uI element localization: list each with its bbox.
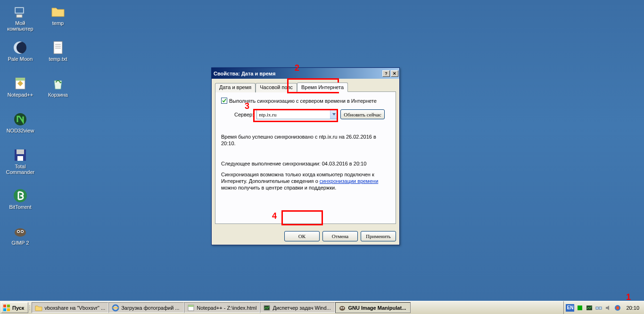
svg-rect-34 (596, 307, 598, 309)
svg-rect-4 (54, 41, 62, 54)
language-indicator[interactable]: EN (566, 304, 574, 312)
cancel-button[interactable]: Отмена (322, 231, 358, 241)
nod32-icon (13, 112, 28, 127)
text-file-icon (50, 40, 66, 55)
time-sync-help-link[interactable]: синхронизации времени (320, 178, 378, 184)
desktop-icon-gimp[interactable]: GIMP 2 (3, 223, 38, 247)
icon-label: GIMP 2 (11, 240, 29, 246)
refresh-button[interactable]: Обновить сейчас (340, 109, 385, 119)
help-button[interactable]: ? (382, 70, 390, 77)
tray-icon-network[interactable] (595, 304, 603, 312)
tray-icon-taskmgr[interactable] (586, 304, 593, 312)
task-taskmgr[interactable]: Диспетчер задач Wind... (260, 302, 335, 313)
desktop-icon-bittorrent[interactable]: BitTorrent (3, 187, 38, 211)
task-notepadpp[interactable]: Notepad++ - Z:\index.html (184, 302, 260, 313)
task-vboxshare[interactable]: vboxshare на "Vboxsvr" ... (32, 302, 108, 313)
icon-label: Корзина (48, 92, 68, 98)
desktop-icon-notepadpp[interactable]: Notepad++ (3, 74, 38, 99)
ie-icon (112, 304, 119, 312)
note-suffix: можно получить в центре справки и поддер… (221, 185, 336, 190)
bittorrent-icon (13, 188, 28, 203)
icon-label: NOD32view (7, 128, 34, 133)
tray-icon-1[interactable] (576, 304, 584, 312)
svg-point-16 (15, 228, 26, 237)
svg-point-31 (343, 307, 344, 308)
dialog-titlebar[interactable]: Свойства: Дата и время ? ✕ (212, 68, 399, 79)
desktop-icon-total-commander[interactable]: Total Commander (3, 146, 38, 176)
server-combobox[interactable] (256, 110, 338, 119)
icon-label: BitTorrent (9, 204, 31, 210)
desktop-icon-pale-moon[interactable]: Pale Moon (3, 39, 38, 63)
tab-date-time[interactable]: Дата и время (215, 83, 256, 92)
taskbar: Пуск vboxshare на "Vboxsvr" ... Загрузка… (0, 301, 644, 314)
dialog-button-row: ОК Отмена Применить (212, 227, 399, 245)
taskbar-tasks: vboxshare на "Vboxsvr" ... Загрузка фото… (31, 301, 563, 314)
computer-icon (13, 4, 28, 19)
svg-point-20 (22, 231, 23, 232)
icon-label: Notepad++ (8, 92, 33, 98)
taskbar-clock[interactable]: 20:10 (623, 305, 642, 311)
tab-strip: Дата и время Часовой пояс Время Интернет… (215, 82, 396, 92)
svg-point-11 (14, 113, 26, 125)
task-gimp[interactable]: GNU Image Manipulat... (335, 302, 411, 313)
tray-icon-shield[interactable] (614, 304, 621, 312)
apply-button[interactable]: Применить (361, 231, 396, 241)
svg-point-30 (341, 307, 342, 308)
task-label: Загрузка фотографий ... (121, 305, 179, 311)
server-input[interactable] (257, 112, 330, 117)
windows-flag-icon (3, 304, 10, 312)
icon-label: Мой компьютер (7, 20, 33, 32)
desktop-icon-my-computer[interactable]: Мой компьютер (3, 3, 38, 33)
tab-panel-internet-time: Выполнять синхронизацию с сервером време… (215, 92, 396, 224)
task-label: GNU Image Manipulat... (348, 305, 406, 311)
icon-label: Total Commander (6, 164, 35, 175)
svg-rect-32 (578, 306, 582, 310)
start-button[interactable]: Пуск (1, 302, 28, 313)
close-button[interactable]: ✕ (391, 70, 398, 77)
svg-rect-24 (7, 308, 10, 311)
svg-rect-22 (7, 305, 10, 307)
desktop-icon-recycle-bin[interactable]: Корзина (41, 74, 75, 99)
date-time-properties-dialog: Свойства: Дата и время ? ✕ Дата и время … (211, 67, 400, 245)
tray-icon-volume[interactable] (604, 304, 612, 312)
sync-status-text: Время было успешно синхронизовано с ntp.… (221, 133, 390, 147)
gimp-icon (13, 224, 28, 239)
svg-point-29 (339, 306, 345, 311)
desktop-icon-nod32view[interactable]: NOD32view (3, 110, 38, 135)
start-label: Пуск (12, 305, 24, 311)
icon-label: Pale Moon (8, 56, 33, 62)
folder-icon (50, 4, 66, 19)
icon-label: temp.txt (49, 56, 67, 62)
sync-note: Синхронизация возможна только когда комп… (221, 171, 390, 191)
taskmgr-icon (263, 304, 271, 312)
sync-checkbox[interactable] (221, 98, 227, 104)
svg-rect-1 (16, 8, 23, 13)
svg-rect-35 (599, 307, 602, 309)
dialog-title: Свойства: Дата и время (214, 71, 381, 76)
dropdown-button[interactable] (330, 110, 337, 119)
palemoon-icon (13, 40, 28, 55)
icon-label: temp (52, 20, 64, 26)
svg-rect-2 (17, 15, 22, 17)
svg-point-19 (18, 231, 19, 232)
svg-rect-23 (3, 308, 6, 311)
svg-rect-21 (3, 305, 6, 307)
notepadpp-icon (13, 76, 28, 91)
ok-button[interactable]: ОК (284, 231, 320, 241)
recycle-bin-icon (50, 76, 66, 91)
notepadpp-icon (187, 304, 195, 312)
desktop-icon-temp[interactable]: temp (41, 3, 75, 33)
task-browser[interactable]: Загрузка фотографий ... (108, 302, 184, 313)
task-label: vboxshare на "Vboxsvr" ... (44, 305, 105, 311)
tab-internet-time[interactable]: Время Интернета (297, 83, 348, 92)
desktop-icon-temp-txt[interactable]: temp.txt (41, 39, 75, 63)
tab-timezone[interactable]: Часовой пояс (256, 83, 297, 92)
sync-checkbox-label: Выполнять синхронизацию с сервером време… (229, 98, 377, 104)
folder-icon (35, 304, 42, 312)
task-label: Диспетчер задач Wind... (272, 305, 330, 311)
svg-rect-13 (17, 149, 24, 154)
next-sync-text: Следующее выполнение синхронизации: 04.0… (221, 161, 390, 166)
floppy-icon (13, 148, 28, 163)
svg-rect-14 (17, 156, 23, 161)
task-label: Notepad++ - Z:\index.html (197, 305, 256, 311)
